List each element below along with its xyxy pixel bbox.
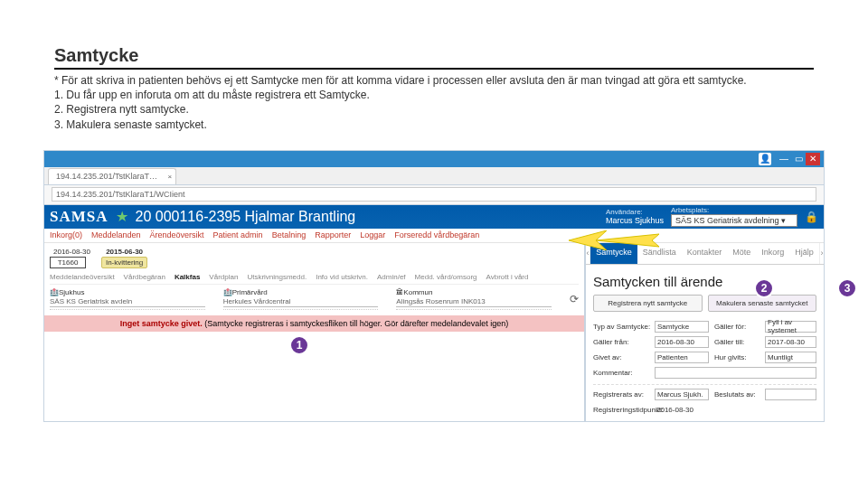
app-logo: SAMSA [50, 208, 108, 226]
register-consent-button[interactable]: Registrera nytt samtycke [593, 295, 703, 312]
slide-bullet: 1. Du får upp en inforuta om att du måst… [54, 88, 814, 102]
slide-bullet: 3. Makulera senaste samtycket. [54, 117, 814, 132]
menu-prepared-care[interactable]: Forseredd vårdbegäran [394, 230, 479, 239]
sidebar-next-icon[interactable]: › [819, 243, 824, 264]
input-to[interactable]: 2017-08-30 [765, 336, 816, 348]
input-galler[interactable]: Fyll i av systemet [765, 321, 816, 333]
subnav-item[interactable]: Medd. vård/omsorg [415, 273, 477, 281]
consent-warning-text: (Samtycke registreras i samtyckesfliken … [204, 319, 508, 328]
subnav-item[interactable]: Avbrott i vård [486, 273, 529, 281]
provider-municipality-label: Kommun [403, 288, 432, 296]
sub-nav: Meddelandeöversikt Vårdbegäran Kalkfas V… [50, 270, 579, 285]
consent-form: Typ av Samtycke: Samtycke Gäller för: Fy… [593, 321, 816, 416]
browser-tab[interactable]: 194.14.235.201/TstKlaraT… × [48, 168, 176, 184]
close-tab-icon[interactable]: × [167, 173, 172, 181]
menu-patient-admin[interactable]: Patient admin [213, 230, 263, 239]
svg-marker-0 [596, 234, 659, 247]
provider-municipality-value[interactable]: Alingsås Rosenrum INK013 [396, 296, 552, 307]
user-avatar-icon[interactable]: 👤 [759, 153, 771, 165]
subnav-item-active[interactable]: Kalkfas [175, 273, 200, 281]
subnav-item[interactable]: Admin/ef [377, 273, 406, 281]
lbl-galler: Gäller för: [714, 323, 760, 331]
sidebar-title: Samtycken till ärende [593, 274, 816, 289]
lbl-regtime: Registreringstidpunkt: [593, 406, 649, 414]
input-decided[interactable] [765, 389, 816, 400]
tab-hjalp[interactable]: Hjälp [789, 243, 819, 264]
code-box[interactable]: T1660 [50, 257, 86, 268]
slide-bullet: 2. Registrera nytt samtycke. [54, 102, 814, 117]
menu-messages[interactable]: Meddelanden [91, 230, 141, 239]
provider-primary-value[interactable]: Herkules Vårdcentral [223, 296, 379, 307]
input-how[interactable]: Muntligt [765, 352, 816, 363]
status-badge[interactable]: In-kvittering [101, 257, 147, 268]
star-icon[interactable]: ★ [116, 208, 128, 225]
maximize-button[interactable]: ▭ [791, 153, 806, 165]
provider-hospital-value[interactable]: SÄS KS Geriatrisk avdeln [50, 296, 205, 307]
user-value: Marcus Sjukhus [606, 216, 664, 225]
tab-inkorg[interactable]: Inkorg [756, 243, 789, 264]
close-button[interactable]: ✕ [806, 153, 820, 165]
user-label: Användare: [606, 208, 664, 216]
minimize-button[interactable]: — [777, 153, 791, 165]
annotation-2: 2 [754, 278, 774, 298]
lbl-given: Givet av: [593, 353, 649, 361]
menu-reports[interactable]: Rapporter [315, 230, 351, 239]
annotation-3: 3 [837, 278, 857, 298]
subnav-item[interactable]: Vårdplan [209, 273, 238, 281]
lbl-type: Typ av Samtycke: [593, 323, 649, 331]
lbl-regby: Registrerats av: [593, 390, 649, 399]
workplace-label: Arbetsplats: [671, 206, 797, 214]
browser-tabbar: 194.14.235.201/TstKlaraT… × [44, 167, 824, 185]
tab-mote[interactable]: Möte [727, 243, 756, 264]
input-type[interactable]: Samtycke [655, 321, 709, 333]
provider-hospital-label: Sjukhus [59, 288, 84, 296]
input-comment[interactable] [655, 367, 816, 379]
refresh-icon[interactable]: ⟳ [570, 293, 579, 305]
date-2: 2015-06-30 [101, 247, 147, 257]
slide-title: Samtycke [54, 45, 814, 70]
tab-label: 194.14.235.201/TstKlaraT… [56, 172, 157, 181]
date-1: 2016-08-30 [50, 247, 94, 257]
main-menu: Inkorg(0) Meddelanden Ärendeöversikt Pat… [44, 229, 824, 243]
app-header: SAMSA ★ 20 000116-2395 Hjalmar Brantling… [44, 205, 824, 229]
menu-overview[interactable]: Ärendeöversikt [150, 230, 204, 239]
subnav-item[interactable]: Meddelandeöversikt [50, 273, 115, 281]
consent-warning: Inget samtycke givet. (Samtycke registre… [44, 315, 584, 332]
patient-header: 20 000116-2395 Hjalmar Brantling [136, 209, 356, 225]
input-regby: Marcus Sjukh. [655, 389, 709, 400]
menu-logs[interactable]: Loggar [360, 230, 385, 239]
menu-payment[interactable]: Betalning [272, 230, 307, 239]
address-bar[interactable]: 194.14.235.201/TstKlaraT1/WCIient [52, 187, 816, 202]
annotation-1: 1 [289, 335, 309, 355]
subnav-item[interactable]: Info vid utskrivn. [316, 273, 368, 281]
lock-icon[interactable]: 🔒 [805, 211, 818, 223]
slide-bullet: * För att skriva in patienten behövs ej … [54, 73, 814, 88]
lbl-comment: Kommentar: [593, 369, 649, 377]
lbl-how: Hur givits: [714, 353, 760, 361]
value-regtime: 2016-08-30 [655, 404, 816, 416]
consent-warning-title: Inget samtycke givet. [120, 319, 203, 328]
subnav-item[interactable]: Vårdbegäran [124, 273, 165, 281]
lbl-decided: Beslutats av: [714, 390, 760, 399]
tab-kontakter[interactable]: Kontakter [682, 243, 728, 264]
url-text: 194.14.235.201/TstKlaraT1/WCIient [56, 190, 185, 199]
input-from[interactable]: 2016-08-30 [655, 336, 709, 348]
workplace-select[interactable]: SÄS KS Geriatrisk avdelning ▾ [671, 214, 797, 227]
lbl-from: Gäller från: [593, 338, 649, 346]
lbl-to: Gäller till: [714, 338, 760, 346]
browser-window: 👤 — ▭ ✕ 194.14.235.201/TstKlaraT… × 194.… [43, 150, 825, 422]
provider-primary-label: Primärvård [232, 288, 268, 296]
input-given[interactable]: Patienten [655, 352, 709, 363]
menu-inbox[interactable]: Inkorg(0) [50, 230, 82, 239]
subnav-item[interactable]: Utskrivningsmedd. [247, 273, 307, 281]
sidebar: ‹ Samtycke Sändlista Kontakter Möte Inko… [584, 243, 824, 421]
